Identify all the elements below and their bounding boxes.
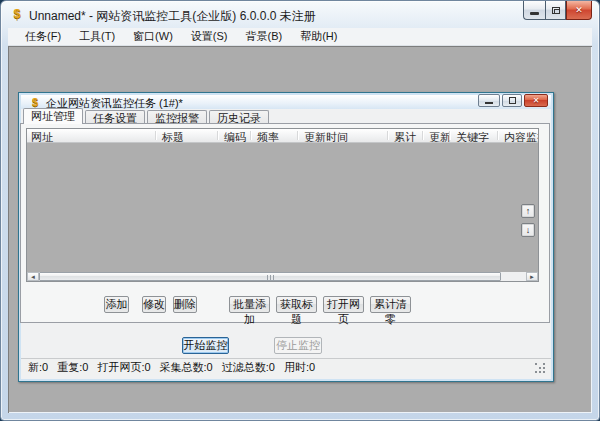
minimize-icon bbox=[485, 102, 493, 104]
child-window-controls: ✕ bbox=[478, 94, 548, 107]
tab-2[interactable]: 任务设置 bbox=[85, 110, 145, 124]
child-title-bar[interactable]: $ 企业网站资讯监控任务 (1#)* bbox=[21, 95, 551, 109]
app-window: $ Unnamed* - 网站资讯监控工具(企业版) 6.0.0.0 未注册 ✕… bbox=[0, 0, 600, 421]
child-minimize-button[interactable] bbox=[478, 94, 500, 107]
window-title: Unnamed* - 网站资讯监控工具(企业版) 6.0.0.0 未注册 bbox=[29, 8, 316, 25]
open-page-button[interactable]: 打开网页 bbox=[323, 296, 364, 313]
get-title-button[interactable]: 获取标题 bbox=[276, 296, 317, 313]
screen: $ Unnamed* - 网站资讯监控工具(企业版) 6.0.0.0 未注册 ✕… bbox=[0, 0, 600, 421]
close-button[interactable]: ✕ bbox=[566, 1, 592, 20]
title-bar[interactable]: $ Unnamed* - 网站资讯监控工具(企业版) 6.0.0.0 未注册 ✕ bbox=[1, 1, 599, 28]
status-item-4: 采集总数:0 bbox=[160, 360, 213, 375]
child-status-bar: 新:0重复:0打开网页:0采集总数:0过滤总数:0用时:0 bbox=[21, 358, 551, 376]
scrollbar-thumb[interactable] bbox=[39, 272, 501, 281]
move-up-button[interactable]: ↑ bbox=[521, 204, 535, 218]
menu-item-6[interactable]: 帮助(H) bbox=[291, 28, 346, 45]
arrow-down-icon: ↓ bbox=[526, 225, 531, 235]
close-icon: ✕ bbox=[575, 5, 583, 15]
status-item-2: 重复:0 bbox=[57, 360, 88, 375]
column-separator bbox=[297, 131, 298, 140]
column-header-4[interactable]: 频率 bbox=[257, 130, 279, 143]
tab-strip: 网址管理任务设置监控报警历史记录 bbox=[23, 108, 271, 124]
column-header-8[interactable]: 关键字 bbox=[456, 130, 489, 143]
status-item-3: 打开网页:0 bbox=[97, 360, 150, 375]
column-header-1[interactable]: 网址 bbox=[31, 130, 53, 143]
url-list-view[interactable]: 网址标题编码频率更新时间累计更新关键字内容监控 ◄ ► bbox=[26, 128, 539, 282]
status-item-1: 新:0 bbox=[28, 360, 48, 375]
list-column-header[interactable]: 网址标题编码频率更新时间累计更新关键字内容监控 bbox=[27, 129, 538, 143]
maximize-icon bbox=[509, 97, 516, 104]
tab-3[interactable]: 监控报警 bbox=[147, 110, 207, 124]
window-controls: ✕ bbox=[523, 1, 592, 20]
close-icon: ✕ bbox=[533, 96, 540, 105]
move-down-button[interactable]: ↓ bbox=[521, 223, 535, 237]
modify-button[interactable]: 修改 bbox=[142, 296, 166, 313]
child-maximize-button[interactable] bbox=[502, 94, 522, 107]
task-child-window: $ 企业网站资讯监控任务 (1#)* ✕ 网址管理任务设置监控报警历史记录 网址… bbox=[18, 92, 554, 382]
minimize-button[interactable] bbox=[523, 1, 545, 20]
column-separator bbox=[449, 131, 450, 140]
menu-item-5[interactable]: 背景(B) bbox=[236, 28, 291, 45]
delete-button[interactable]: 删除 bbox=[173, 296, 197, 313]
menu-bar: 任务(F)工具(T)窗口(W)设置(S)背景(B)帮助(H) bbox=[8, 28, 592, 46]
resize-grip-icon[interactable] bbox=[535, 363, 537, 365]
batch-add-button[interactable]: 批量添加 bbox=[229, 296, 270, 313]
column-separator bbox=[217, 131, 218, 140]
column-header-6[interactable]: 累计 bbox=[394, 130, 416, 143]
app-icon: $ bbox=[10, 7, 24, 21]
column-separator bbox=[155, 131, 156, 140]
column-separator bbox=[250, 131, 251, 140]
column-header-2[interactable]: 标题 bbox=[162, 130, 184, 143]
list-body-empty[interactable] bbox=[27, 143, 538, 272]
menu-item-3[interactable]: 窗口(W) bbox=[124, 28, 182, 45]
menu-item-1[interactable]: 任务(F) bbox=[16, 28, 70, 45]
maximize-button[interactable] bbox=[545, 1, 566, 20]
child-app-icon: $ bbox=[28, 95, 42, 109]
stop-monitor-button: 停止监控 bbox=[274, 337, 322, 354]
reset-total-button[interactable]: 累计清零 bbox=[370, 296, 411, 313]
tab-1[interactable]: 网址管理 bbox=[23, 108, 83, 124]
column-header-7[interactable]: 更新 bbox=[429, 130, 451, 143]
child-close-button[interactable]: ✕ bbox=[524, 94, 548, 107]
scroll-right-arrow[interactable]: ► bbox=[526, 272, 538, 281]
column-separator bbox=[422, 131, 423, 140]
menu-item-4[interactable]: 设置(S) bbox=[182, 28, 237, 45]
column-header-5[interactable]: 更新时间 bbox=[304, 130, 348, 143]
tab-4[interactable]: 历史记录 bbox=[209, 110, 269, 124]
column-header-3[interactable]: 编码 bbox=[224, 130, 246, 143]
add-button[interactable]: 添加 bbox=[104, 296, 129, 313]
arrow-up-icon: ↑ bbox=[526, 206, 531, 216]
status-item-5: 过滤总数:0 bbox=[222, 360, 275, 375]
menu-item-2[interactable]: 工具(T) bbox=[70, 28, 124, 45]
column-separator bbox=[387, 131, 388, 140]
thumb-grip-icon bbox=[270, 275, 271, 280]
scroll-left-arrow[interactable]: ◄ bbox=[27, 272, 39, 281]
status-item-6: 用时:0 bbox=[284, 360, 315, 375]
start-monitor-button[interactable]: 开始监控 bbox=[182, 337, 229, 354]
maximize-icon bbox=[552, 7, 560, 14]
minimize-icon bbox=[530, 12, 539, 15]
mdi-client-area: $ 企业网站资讯监控任务 (1#)* ✕ 网址管理任务设置监控报警历史记录 网址… bbox=[8, 46, 592, 413]
column-separator bbox=[497, 131, 498, 140]
column-header-9[interactable]: 内容监控 bbox=[504, 130, 538, 143]
horizontal-scrollbar[interactable]: ◄ ► bbox=[27, 272, 538, 281]
